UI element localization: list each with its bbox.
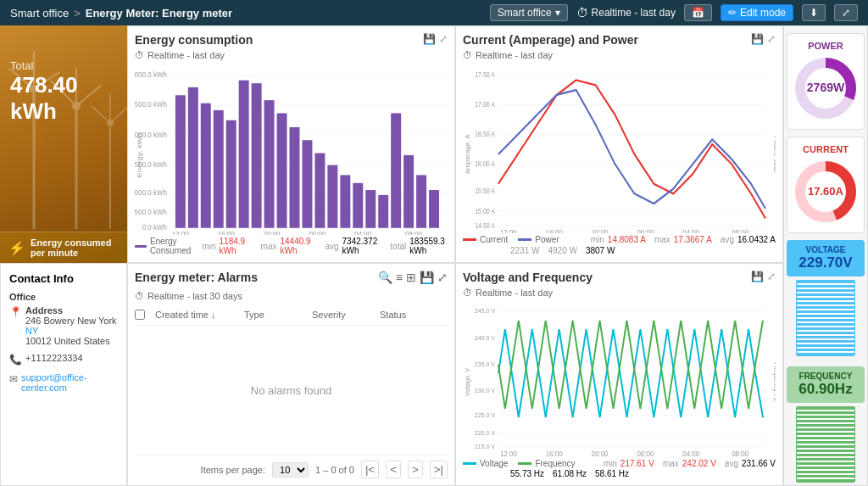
svg-text:15.00 A: 15.00 A — [475, 207, 496, 215]
select-all-checkbox[interactable] — [135, 310, 145, 320]
app-name: Smart office — [10, 7, 69, 20]
voltage-chart-svg: 245.0 V 240.0 V 235.0 V 230.0 V 225.0 V … — [463, 303, 776, 457]
svg-text:240.0 V: 240.0 V — [475, 335, 495, 342]
frequency-title: FREQUENCY — [790, 371, 861, 381]
filter-icon[interactable]: ≡ — [396, 271, 403, 284]
svg-text:16.00 A: 16.00 A — [475, 159, 496, 168]
voltage-stat-avg-label: avg — [725, 459, 738, 468]
energy-per-min: ⚡ Energy consumed per minute — [0, 232, 127, 263]
first-page-btn[interactable]: |< — [361, 461, 379, 478]
contact-phone-row: 📞 +1112223334 — [9, 353, 118, 366]
location-icon: 📍 — [9, 306, 22, 318]
next-page-btn[interactable]: > — [408, 461, 423, 478]
download-button[interactable]: ⬇ — [802, 4, 826, 21]
power-stat-max-val: 4920 W — [548, 246, 576, 255]
search-icon[interactable]: 🔍 — [378, 271, 392, 284]
calendar-icon: 📅 — [692, 7, 704, 19]
email-value[interactable]: support@office-center.com — [21, 372, 87, 393]
expand-icon-alarm[interactable]: ⤢ — [437, 271, 448, 284]
save-icon-voltage[interactable]: 💾 — [751, 271, 764, 282]
grid-icon[interactable]: ⊞ — [406, 271, 416, 284]
save-icon[interactable]: 💾 — [423, 33, 436, 45]
current-stat-avg-label: avg — [721, 235, 734, 244]
svg-rect-36 — [264, 100, 275, 228]
expand-icon[interactable]: ⤢ — [439, 33, 448, 45]
voltage-chart-actions: 💾 ⤢ — [751, 271, 776, 282]
page-info: 1 – 0 of 0 — [315, 465, 354, 475]
svg-text:08:00: 08:00 — [405, 230, 422, 235]
svg-rect-37 — [277, 113, 287, 227]
windmill-bg — [0, 25, 127, 229]
prev-page-btn[interactable]: < — [386, 461, 401, 478]
contact-address-row: 📍 Address 246 Bowery New York NY10012 Un… — [9, 305, 118, 346]
frequency-bar — [796, 406, 855, 483]
svg-text:20:00: 20:00 — [264, 230, 281, 235]
svg-text:14.50 A: 14.50 A — [475, 222, 496, 231]
energy-chart-subtitle: ⏱ Realtime - last day — [135, 50, 448, 60]
sort-icon: ↓ — [211, 310, 216, 320]
frequency-value: 60.90Hz — [790, 381, 861, 398]
svg-rect-41 — [327, 165, 337, 228]
svg-rect-29 — [175, 95, 186, 227]
items-per-page-select[interactable]: 10 25 50 — [272, 462, 309, 478]
pencil-icon: ✏ — [728, 7, 737, 19]
current-legend-line — [463, 238, 476, 241]
voltage-chart-title: Voltage and Frequency — [463, 271, 593, 284]
voltage-section: VOLTAGE 229.70V — [787, 240, 865, 360]
workspace-label: Smart office — [498, 7, 552, 19]
svg-rect-43 — [353, 183, 363, 228]
svg-text:12:00: 12:00 — [500, 450, 517, 457]
calendar-button[interactable]: 📅 — [684, 4, 712, 21]
main-grid: Total 478.40 kWh ⚡ Energy consumed per m… — [0, 25, 868, 486]
voltage-stat-min-label: min — [604, 459, 617, 468]
svg-rect-30 — [188, 87, 198, 228]
current-line-chart: 17.50 A 17.00 A 16.50 A 16.00 A 15.50 A … — [463, 65, 776, 233]
expand-icon-current[interactable]: ⤢ — [767, 33, 776, 45]
col-created-time[interactable]: Created time ↓ — [155, 310, 244, 321]
energy-per-min-label: Energy consumed per minute — [31, 237, 119, 258]
col-type: Type — [244, 310, 312, 321]
voltage-chart-subtitle: ⏱ Realtime - last day — [463, 288, 776, 298]
svg-text:220.0 V: 220.0 V — [475, 430, 495, 437]
alarm-checkbox-header[interactable] — [135, 310, 155, 321]
items-per-page-label: Items per page: — [201, 465, 265, 475]
power-legend-line — [518, 238, 531, 241]
energy-chart-actions: 💾 ⤢ — [423, 33, 448, 45]
save-icon-current[interactable]: 💾 — [751, 33, 764, 45]
save-icon-alarm[interactable]: 💾 — [420, 271, 434, 284]
svg-rect-42 — [340, 175, 350, 227]
col-severity: Severity — [312, 310, 380, 321]
energy-stat-min-val: 1184.9 kWh — [220, 237, 251, 255]
svg-text:17.50 A: 17.50 A — [475, 70, 496, 79]
alarms-footer: Items per page: 10 25 50 1 – 0 of 0 |< <… — [135, 455, 448, 478]
freq-stat-avg-val: 58.61 Hz — [595, 469, 629, 478]
svg-text:215.0 V: 215.0 V — [475, 443, 495, 450]
alarms-title: Energy meter: Alarms — [135, 271, 258, 284]
svg-text:235.0 V: 235.0 V — [475, 361, 495, 368]
svg-rect-48 — [416, 175, 426, 227]
clock-icon: ⏱ — [576, 6, 588, 20]
freq-stat-max-val: 61.08 Hz — [553, 469, 587, 478]
power-gauge-box: POWER 2769W — [787, 33, 865, 130]
last-page-btn[interactable]: >| — [430, 461, 448, 478]
power-stats-row: 2231 W 4920 W 3807 W — [463, 246, 776, 255]
panel-gauges: POWER 2769W CURRENT 17.60A VOLTAGE 229.7… — [783, 25, 868, 486]
edit-mode-button[interactable]: ✏ Edit mode — [721, 4, 793, 21]
energy-legend-label: Energy Consumed — [150, 237, 199, 255]
phone-icon: 📞 — [9, 354, 22, 366]
voltage-chart-header: Voltage and Frequency 💾 ⤢ — [463, 271, 776, 286]
svg-text:Energy, kWh: Energy, kWh — [136, 132, 143, 177]
current-chart-header: Current (Amperage) and Power 💾 ⤢ — [463, 33, 776, 48]
fullscreen-button[interactable]: ⤢ — [834, 4, 858, 21]
voltage-legend-line — [463, 462, 476, 465]
svg-text:20:00: 20:00 — [592, 450, 609, 457]
voltage-legend-row: Voltage Frequency min 217.61 V max 242.0… — [463, 459, 776, 468]
contact-email-row: ✉ support@office-center.com — [9, 372, 118, 393]
svg-text:Voltage, V: Voltage, V — [465, 368, 471, 396]
chevron-down-icon: ▾ — [555, 7, 560, 19]
energy-chart-title: Energy consumption — [135, 33, 253, 47]
voltage-stat-min-val: 217.61 V — [620, 459, 654, 468]
svg-text:16:00: 16:00 — [546, 228, 563, 233]
workspace-selector[interactable]: Smart office ▾ — [490, 4, 568, 21]
expand-icon-voltage[interactable]: ⤢ — [767, 271, 776, 282]
